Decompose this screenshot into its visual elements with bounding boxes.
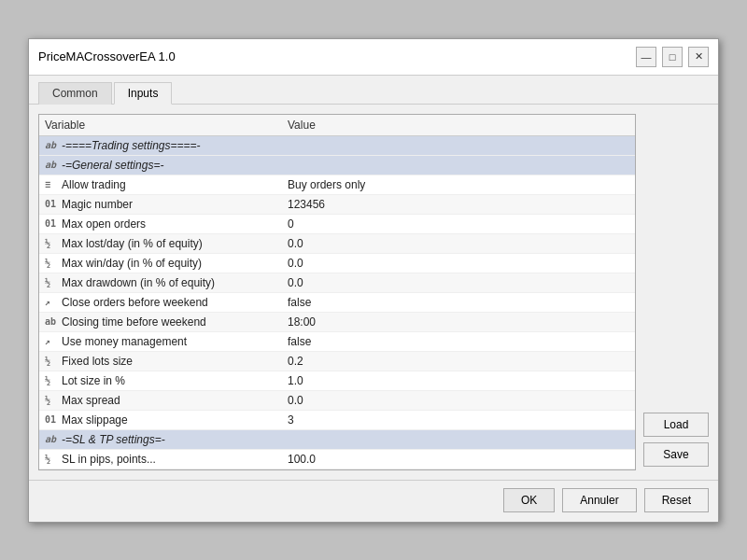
row-value[interactable]: 18:00: [282, 312, 635, 331]
table-row[interactable]: ab-=SL & TP settings=-: [39, 429, 282, 449]
side-button-panel: Load Save: [643, 114, 709, 470]
main-window: PriceMACrossoverEA 1.0 — □ ✕ Common Inpu…: [28, 38, 719, 523]
table-row[interactable]: ab-====Trading settings====-: [39, 135, 282, 155]
table-row[interactable]: ½Fixed lots size: [39, 351, 282, 371]
row-value[interactable]: 0.0: [282, 253, 635, 273]
table-row[interactable]: 01Magic number: [39, 194, 282, 214]
table-row[interactable]: ab-=General settings=-: [39, 155, 282, 175]
row-icon: ½: [45, 356, 60, 367]
row-icon: ½: [45, 238, 60, 249]
row-value[interactable]: [282, 135, 635, 155]
row-icon: 01: [45, 414, 60, 426]
row-icon: ½: [45, 277, 60, 288]
row-icon: ↗: [45, 297, 60, 308]
row-icon: ab: [45, 434, 60, 445]
row-icon: ½: [45, 258, 60, 269]
row-icon: 01: [45, 218, 60, 230]
col-header-value: Value: [282, 115, 635, 136]
row-icon: ab: [45, 316, 60, 328]
table-row[interactable]: 01Max slippage: [39, 410, 282, 429]
table-row[interactable]: ½Lot size in %: [39, 371, 282, 390]
table-row[interactable]: ½SL in pips, points...: [39, 449, 282, 469]
row-value[interactable]: [282, 429, 635, 449]
window-title: PriceMACrossoverEA 1.0: [38, 49, 176, 63]
ok-button[interactable]: OK: [503, 488, 555, 512]
table-row[interactable]: ½TP in pips, points...: [39, 469, 282, 469]
table-row[interactable]: ↗Close orders before weekend: [39, 292, 282, 312]
row-icon: ½: [45, 395, 60, 406]
col-header-variable: Variable: [39, 115, 282, 136]
table-row[interactable]: ½Max lost/day (in % of equity): [39, 233, 282, 253]
settings-table: Variable Value ab-====Trading settings==…: [39, 115, 635, 469]
row-value[interactable]: 50.0: [282, 469, 635, 469]
row-icon: ab: [45, 140, 60, 151]
row-icon: ½: [45, 454, 60, 465]
save-button[interactable]: Save: [643, 442, 709, 467]
tab-bar: Common Inputs: [29, 76, 718, 105]
row-value[interactable]: 0.2: [282, 351, 635, 371]
table-row[interactable]: ½Max spread: [39, 390, 282, 410]
close-button[interactable]: ✕: [688, 47, 709, 67]
footer-area: OK Annuler Reset: [29, 480, 718, 522]
row-icon: ≡: [45, 179, 60, 190]
settings-table-container: Variable Value ab-====Trading settings==…: [38, 114, 636, 470]
row-icon: ½: [45, 375, 60, 386]
table-row[interactable]: 01Max open orders: [39, 214, 282, 233]
row-icon: ab: [45, 160, 60, 171]
minimize-button[interactable]: —: [636, 47, 656, 67]
content-area: Variable Value ab-====Trading settings==…: [29, 105, 718, 480]
row-value[interactable]: Buy orders only: [282, 175, 635, 194]
table-row[interactable]: ↗Use money management: [39, 331, 282, 351]
row-icon: ↗: [45, 336, 60, 347]
tab-inputs[interactable]: Inputs: [114, 82, 173, 105]
row-value[interactable]: 1.0: [282, 371, 635, 390]
row-value[interactable]: 0.0: [282, 233, 635, 253]
title-controls: — □ ✕: [636, 47, 709, 67]
table-row[interactable]: ½Max drawdown (in % of equity): [39, 273, 282, 292]
table-row[interactable]: ≡Allow trading: [39, 175, 282, 194]
load-button[interactable]: Load: [643, 413, 709, 437]
row-value[interactable]: 3: [282, 410, 635, 429]
reset-button[interactable]: Reset: [644, 488, 709, 512]
row-value[interactable]: 100.0: [282, 449, 635, 469]
row-value[interactable]: false: [282, 331, 635, 351]
table-scroll-area[interactable]: Variable Value ab-====Trading settings==…: [39, 115, 635, 469]
row-icon: 01: [45, 199, 60, 210]
row-value[interactable]: 0.0: [282, 390, 635, 410]
row-value[interactable]: [282, 155, 635, 175]
table-row[interactable]: abClosing time before weekend: [39, 312, 282, 331]
title-bar: PriceMACrossoverEA 1.0 — □ ✕: [29, 39, 718, 76]
table-row[interactable]: ½Max win/day (in % of equity): [39, 253, 282, 273]
row-value[interactable]: 0.0: [282, 273, 635, 292]
tab-common[interactable]: Common: [38, 82, 112, 105]
row-value[interactable]: 0: [282, 214, 635, 233]
row-value[interactable]: false: [282, 292, 635, 312]
row-value[interactable]: 123456: [282, 194, 635, 214]
cancel-button[interactable]: Annuler: [562, 488, 636, 512]
maximize-button[interactable]: □: [662, 47, 683, 67]
